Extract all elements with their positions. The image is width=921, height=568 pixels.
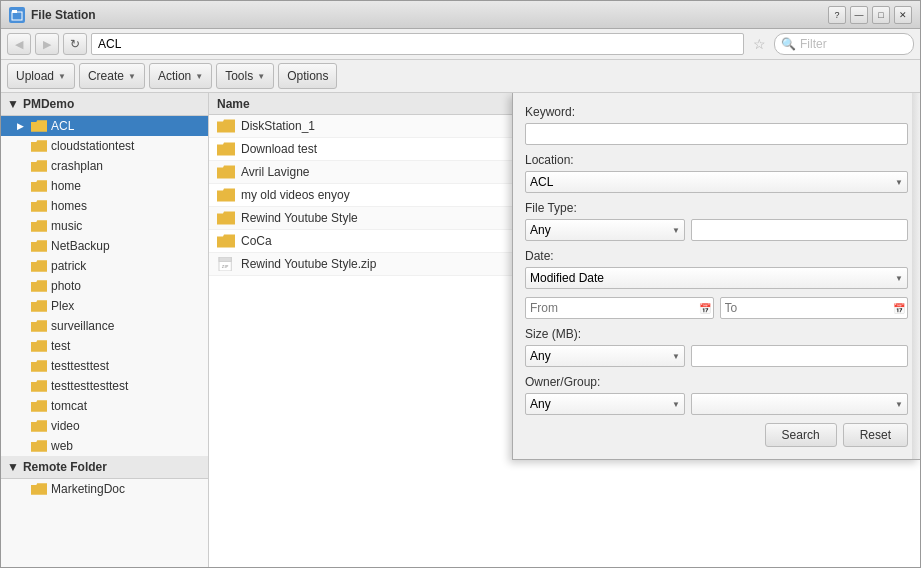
date-label: Date: bbox=[525, 249, 908, 263]
sidebar: ▼ PMDemo ▶ ACL cloudstationtest bbox=[1, 93, 209, 567]
sidebar-item-label: Plex bbox=[51, 299, 74, 313]
folder-icon bbox=[31, 380, 47, 392]
sidebar-item-surveillance[interactable]: surveillance bbox=[1, 316, 208, 336]
filetype-label: File Type: bbox=[525, 201, 908, 215]
sidebar-item-label: homes bbox=[51, 199, 87, 213]
sidebar-section-pmdemo[interactable]: ▼ PMDemo bbox=[1, 93, 208, 116]
star-icon: ☆ bbox=[753, 36, 766, 52]
action-arrow: ▼ bbox=[195, 72, 203, 81]
sidebar-section-remote[interactable]: ▼ Remote Folder bbox=[1, 456, 208, 479]
search-panel: Keyword: Location: ACL File Type: Any Vi… bbox=[512, 93, 920, 460]
owner-select[interactable]: Any bbox=[525, 393, 685, 415]
window-controls: ? — □ ✕ bbox=[828, 6, 912, 24]
search-button[interactable]: Search bbox=[765, 423, 837, 447]
from-date-wrapper bbox=[525, 297, 714, 319]
file-name: Rewind Youtube Style bbox=[241, 211, 358, 225]
file-name: Avril Lavigne bbox=[241, 165, 309, 179]
sidebar-item-tomcat[interactable]: tomcat bbox=[1, 396, 208, 416]
file-name: DiskStation_1 bbox=[241, 119, 315, 133]
sidebar-item-plex[interactable]: Plex bbox=[1, 296, 208, 316]
folder-icon bbox=[31, 140, 47, 152]
upload-button[interactable]: Upload ▼ bbox=[7, 63, 75, 89]
section-remote-label: Remote Folder bbox=[23, 460, 107, 474]
filter-placeholder: Filter bbox=[800, 37, 827, 51]
sidebar-item-music[interactable]: music bbox=[1, 216, 208, 236]
folder-icon bbox=[31, 160, 47, 172]
folder-icon bbox=[217, 188, 235, 202]
action-label: Action bbox=[158, 69, 191, 83]
options-label: Options bbox=[287, 69, 328, 83]
sidebar-item-label: tomcat bbox=[51, 399, 87, 413]
date-select-row: Modified Date Created Date Accessed Date bbox=[525, 267, 908, 289]
sidebar-item-marketingdoc[interactable]: MarketingDoc bbox=[1, 479, 208, 499]
options-button[interactable]: Options bbox=[278, 63, 337, 89]
sidebar-item-testtesttest[interactable]: testtesttest bbox=[1, 356, 208, 376]
folder-icon bbox=[31, 440, 47, 452]
maximize-button[interactable]: □ bbox=[872, 6, 890, 24]
location-label: Location: bbox=[525, 153, 908, 167]
titlebar: File Station ? — □ ✕ bbox=[1, 1, 920, 29]
sidebar-item-testtesttesttest[interactable]: testtesttesttest bbox=[1, 376, 208, 396]
size-extra-input[interactable] bbox=[691, 345, 908, 367]
window-title: File Station bbox=[31, 8, 828, 22]
date-type-select[interactable]: Modified Date Created Date Accessed Date bbox=[525, 267, 908, 289]
svg-rect-1 bbox=[12, 10, 17, 13]
sidebar-item-crashplan[interactable]: crashplan bbox=[1, 156, 208, 176]
file-name: my old videos enyoy bbox=[241, 188, 350, 202]
sidebar-item-acl[interactable]: ▶ ACL bbox=[1, 116, 208, 136]
sidebar-item-cloudstationtest[interactable]: cloudstationtest bbox=[1, 136, 208, 156]
back-button[interactable]: ◀ bbox=[7, 33, 31, 55]
keyword-input[interactable] bbox=[525, 123, 908, 145]
forward-icon: ▶ bbox=[43, 38, 51, 51]
forward-button[interactable]: ▶ bbox=[35, 33, 59, 55]
sidebar-item-homes[interactable]: homes bbox=[1, 196, 208, 216]
folder-icon bbox=[31, 200, 47, 212]
filetype-extra-input[interactable] bbox=[691, 219, 908, 241]
location-select[interactable]: ACL bbox=[525, 171, 908, 193]
tools-button[interactable]: Tools ▼ bbox=[216, 63, 274, 89]
help-button[interactable]: ? bbox=[828, 6, 846, 24]
sidebar-item-label: surveillance bbox=[51, 319, 114, 333]
size-select[interactable]: Any < 1 1 - 10 10 - 100 > 100 bbox=[525, 345, 685, 367]
sidebar-item-home[interactable]: home bbox=[1, 176, 208, 196]
file-name: CoCa bbox=[241, 234, 272, 248]
svg-text:ZIP: ZIP bbox=[222, 264, 229, 269]
sidebar-item-test[interactable]: test bbox=[1, 336, 208, 356]
folder-icon bbox=[217, 165, 235, 179]
create-button[interactable]: Create ▼ bbox=[79, 63, 145, 89]
sidebar-item-patrick[interactable]: patrick bbox=[1, 256, 208, 276]
tools-arrow: ▼ bbox=[257, 72, 265, 81]
addressbar: ◀ ▶ ↻ ☆ 🔍 Filter bbox=[1, 29, 920, 60]
sidebar-item-label: music bbox=[51, 219, 82, 233]
svg-rect-3 bbox=[219, 257, 231, 261]
sidebar-item-video[interactable]: video bbox=[1, 416, 208, 436]
sidebar-item-label: MarketingDoc bbox=[51, 482, 125, 496]
address-input[interactable] bbox=[91, 33, 744, 55]
close-button[interactable]: ✕ bbox=[894, 6, 912, 24]
size-row: Any < 1 1 - 10 10 - 100 > 100 bbox=[525, 345, 908, 367]
filetype-select[interactable]: Any Video Music Photo Document Archive bbox=[525, 219, 685, 241]
search-buttons: Search Reset bbox=[525, 423, 908, 447]
sidebar-item-photo[interactable]: photo bbox=[1, 276, 208, 296]
action-button[interactable]: Action ▼ bbox=[149, 63, 212, 89]
sidebar-item-label: home bbox=[51, 179, 81, 193]
bookmark-button[interactable]: ☆ bbox=[748, 33, 770, 55]
sidebar-item-netbackup[interactable]: NetBackup bbox=[1, 236, 208, 256]
minimize-button[interactable]: — bbox=[850, 6, 868, 24]
sidebar-item-web[interactable]: web bbox=[1, 436, 208, 456]
folder-icon bbox=[31, 420, 47, 432]
folder-icon bbox=[31, 120, 47, 132]
back-icon: ◀ bbox=[15, 38, 23, 51]
from-date-input[interactable] bbox=[525, 297, 714, 319]
sidebar-item-label: test bbox=[51, 339, 70, 353]
owner-row: Any bbox=[525, 393, 908, 415]
folder-icon bbox=[31, 483, 47, 495]
owner-extra-select[interactable] bbox=[691, 393, 908, 415]
refresh-button[interactable]: ↻ bbox=[63, 33, 87, 55]
to-date-input[interactable] bbox=[720, 297, 909, 319]
filter-box: 🔍 Filter bbox=[774, 33, 914, 55]
size-label: Size (MB): bbox=[525, 327, 908, 341]
date-range-row bbox=[525, 297, 908, 319]
refresh-icon: ↻ bbox=[70, 37, 80, 51]
reset-button[interactable]: Reset bbox=[843, 423, 908, 447]
